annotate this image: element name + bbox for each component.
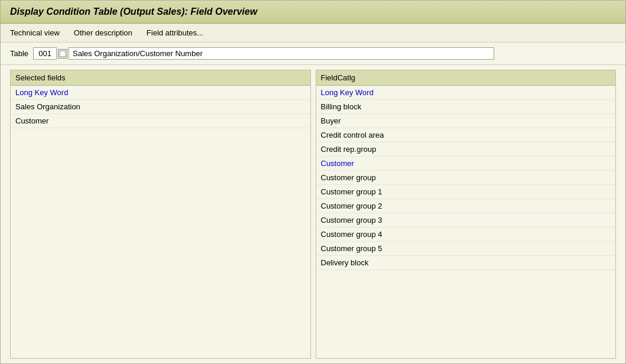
list-item[interactable]: Customer xyxy=(316,157,616,171)
list-item[interactable]: Delivery block xyxy=(316,256,616,270)
table-description-input[interactable] xyxy=(69,47,494,60)
table-number-input[interactable] xyxy=(33,47,57,60)
checkbox-icon xyxy=(59,50,66,57)
menu-bar: Technical view Other description Field a… xyxy=(1,24,625,43)
list-item[interactable]: Customer group 4 xyxy=(316,228,616,242)
right-panel-list: Long Key Word Billing block Buyer Credit… xyxy=(316,86,616,358)
list-item[interactable]: Customer group xyxy=(316,171,616,185)
table-label: Table xyxy=(10,49,28,58)
left-panel-list: Long Key Word Sales Organization Custome… xyxy=(11,86,310,358)
list-item[interactable]: Customer group 3 xyxy=(316,213,616,228)
left-panel-header: Selected fields xyxy=(11,70,310,86)
menu-technical-view[interactable]: Technical view xyxy=(10,28,60,37)
list-item[interactable]: Credit rep.group xyxy=(316,142,616,157)
list-item[interactable]: Long Key Word xyxy=(11,86,310,100)
title-bar: Display Condition Table (Output Sales): … xyxy=(1,1,625,24)
table-checkbox[interactable] xyxy=(58,49,67,58)
list-item[interactable]: Customer group 5 xyxy=(316,242,616,256)
list-item[interactable]: Credit control area xyxy=(316,128,616,142)
right-panel: FieldCatlg Long Key Word Billing block B… xyxy=(316,70,617,359)
menu-other-description[interactable]: Other description xyxy=(74,28,132,37)
list-item[interactable]: Sales Organization xyxy=(11,100,310,114)
table-field-row: Table xyxy=(1,43,625,65)
left-panel: Selected fields Long Key Word Sales Orga… xyxy=(10,70,311,359)
right-panel-header: FieldCatlg xyxy=(316,70,616,86)
list-item[interactable]: Buyer xyxy=(316,114,616,128)
main-window: Display Condition Table (Output Sales): … xyxy=(0,0,626,364)
list-item[interactable]: Long Key Word xyxy=(316,86,616,100)
list-item[interactable]: Billing block xyxy=(316,100,616,114)
list-item[interactable]: Customer group 2 xyxy=(316,199,616,213)
list-item[interactable]: Customer group 1 xyxy=(316,185,616,199)
list-item[interactable]: Customer xyxy=(11,114,310,128)
content-area: Selected fields Long Key Word Sales Orga… xyxy=(1,65,625,363)
svg-rect-0 xyxy=(60,51,66,57)
page-title: Display Condition Table (Output Sales): … xyxy=(10,6,616,17)
menu-field-attributes[interactable]: Field attributes... xyxy=(147,28,203,37)
table-input-group xyxy=(33,47,494,60)
